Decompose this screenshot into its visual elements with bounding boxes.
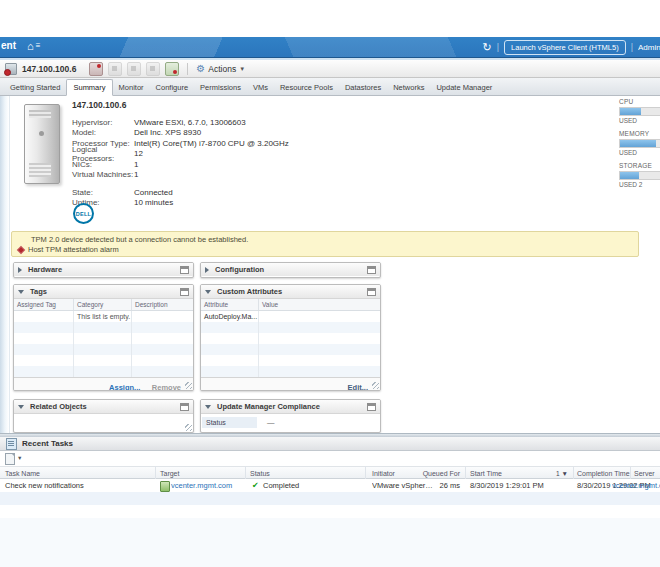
col-initiator[interactable]: Initiator	[372, 468, 395, 479]
status-text: Completed	[263, 480, 299, 491]
maintenance-mode-icon	[146, 62, 160, 76]
vcenter-icon	[160, 481, 170, 492]
expand-arrow-icon[interactable]	[205, 267, 209, 273]
tasks-empty-area	[0, 518, 660, 567]
column-header[interactable]: Category	[74, 299, 132, 310]
col-status[interactable]: Status	[250, 468, 270, 479]
configuration-portlet-header[interactable]: Configuration	[201, 263, 380, 276]
attribute-row[interactable]: AutoDeploy.Ma...	[201, 311, 380, 322]
user-menu-fragment[interactable]: Admin	[638, 43, 660, 52]
custom-attributes-table-body: AutoDeploy.Ma...	[201, 311, 380, 377]
actions-gear-icon: ⚙	[196, 63, 205, 74]
launch-vsphere-client-button[interactable]: Launch vSphere Client (HTML5)	[504, 40, 626, 55]
edit-link[interactable]: Edit...	[348, 383, 368, 391]
maximize-icon[interactable]	[367, 266, 376, 274]
maximize-icon[interactable]	[180, 266, 189, 274]
hardware-portlet: Hardware	[13, 262, 194, 278]
empty-task-row	[0, 492, 660, 505]
tab-resource-pools[interactable]: Resource Pools	[274, 80, 339, 95]
related-objects-portlet-header[interactable]: Related Objects	[14, 400, 193, 414]
resize-grip[interactable]	[372, 382, 379, 389]
menu-icon[interactable]: ≡	[36, 40, 41, 52]
tags-portlet-header[interactable]: Tags	[14, 285, 193, 299]
col-target[interactable]: Target	[160, 468, 179, 479]
task-row[interactable]: Check new notifications vcenter.mgmt.com…	[0, 479, 660, 492]
tab-summary[interactable]: Summary	[66, 79, 112, 96]
tab-networks[interactable]: Networks	[387, 80, 430, 95]
attribute-row	[201, 344, 380, 355]
update-manager-compliance-portlet: Update Manager Compliance Status —	[200, 399, 381, 433]
collapse-arrow-icon[interactable]	[205, 405, 211, 409]
col-server[interactable]: Server	[634, 468, 655, 479]
configuration-portlet: Configuration	[200, 262, 381, 278]
col-completion-time[interactable]: Completion Time	[577, 468, 630, 479]
server-link[interactable]: vcenter.mgmt.com	[612, 480, 660, 491]
toolbar-divider	[187, 63, 188, 75]
attribute-name: AutoDeploy.Ma...	[201, 311, 259, 322]
target-link[interactable]: vcenter.mgmt.com	[171, 480, 232, 491]
detail-value: Intel(R) Core(TM) i7-8700 CPU @ 3.20GHz	[134, 139, 289, 148]
top-whitespace	[0, 0, 660, 37]
portlet-title: Related Objects	[30, 402, 87, 411]
empty-list-text: This list is empty.	[74, 311, 132, 322]
summary-content: 147.100.100.6 Hypervisor: VMware ESXi, 6…	[0, 96, 660, 433]
tasks-toolbar-row: ▼	[0, 451, 660, 466]
storage-gauge: STORAGE USED 2	[619, 162, 660, 189]
home-nav[interactable]: ⌂ ≡	[27, 40, 40, 52]
hardware-portlet-header[interactable]: Hardware	[14, 263, 193, 276]
sort-order-badge[interactable]: 1 ▼	[556, 468, 568, 479]
remove-link: Remove	[152, 383, 181, 391]
custom-attributes-portlet-header[interactable]: Custom Attributes	[201, 285, 380, 299]
tags-footer: Assign... Remove	[14, 377, 193, 390]
maximize-icon[interactable]	[367, 403, 376, 411]
recent-tasks-pane: Recent Tasks ▼ Task Name Target Status I…	[0, 437, 660, 567]
col-queued-for[interactable]: Queued For	[418, 468, 460, 479]
expand-arrow-icon[interactable]	[18, 267, 22, 273]
export-dropdown-arrow-icon[interactable]: ▼	[17, 455, 22, 461]
column-header[interactable]: Description	[132, 299, 193, 310]
gauge-used-label: USED 2	[619, 181, 660, 189]
tab-update-manager[interactable]: Update Manager	[430, 80, 498, 95]
host-detail-row: State: Connected	[72, 187, 372, 198]
export-icon[interactable]	[5, 453, 15, 465]
update-manager-portlet-header[interactable]: Update Manager Compliance	[201, 400, 380, 414]
vm-status-icon[interactable]	[165, 62, 179, 76]
tab-permissions[interactable]: Permissions	[194, 80, 247, 95]
collapse-arrow-icon[interactable]	[18, 405, 24, 409]
recent-tasks-titlebar[interactable]: Recent Tasks	[0, 437, 660, 451]
attribute-row	[201, 322, 380, 333]
tags-row: This list is empty.	[14, 311, 193, 322]
tab-datastores[interactable]: Datastores	[339, 80, 387, 95]
collapse-arrow-icon[interactable]	[205, 290, 211, 294]
tab-monitor[interactable]: Monitor	[113, 80, 150, 95]
detail-value: Dell Inc. XPS 8930	[134, 128, 201, 137]
maximize-icon[interactable]	[180, 288, 189, 296]
gauge-track	[619, 107, 660, 116]
tab-getting-started[interactable]: Getting Started	[4, 80, 66, 95]
host-error-action-icon[interactable]	[89, 62, 103, 76]
header-separator: |	[497, 42, 499, 52]
resize-grip[interactable]	[185, 382, 192, 389]
resize-grip[interactable]	[185, 424, 192, 431]
brand-text-fragment: ent	[1, 40, 16, 51]
col-start-time[interactable]: Start Time	[470, 468, 502, 479]
maximize-icon[interactable]	[367, 288, 376, 296]
refresh-icon[interactable]: ↻	[483, 42, 492, 53]
tab-vms[interactable]: VMs	[247, 80, 274, 95]
gauge-fill	[620, 108, 641, 115]
column-header[interactable]: Assigned Tag	[14, 299, 74, 310]
assign-link[interactable]: Assign...	[109, 383, 140, 391]
recent-tasks-title: Recent Tasks	[22, 439, 73, 448]
empty-cell	[14, 311, 74, 322]
column-header[interactable]: Value	[259, 299, 380, 310]
maximize-icon[interactable]	[180, 403, 189, 411]
collapse-arrow-icon[interactable]	[18, 290, 24, 294]
col-task-name[interactable]: Task Name	[5, 468, 40, 479]
column-header[interactable]: Attribute	[201, 299, 259, 310]
tab-configure[interactable]: Configure	[150, 80, 195, 95]
home-icon[interactable]: ⌂	[27, 40, 34, 52]
portlet-title: Hardware	[28, 265, 62, 274]
host-title: 147.100.100.6	[72, 100, 372, 110]
actions-menu[interactable]: ⚙ Actions ▼	[196, 63, 245, 74]
host-detail-row: Uptime: 10 minutes	[72, 198, 372, 209]
